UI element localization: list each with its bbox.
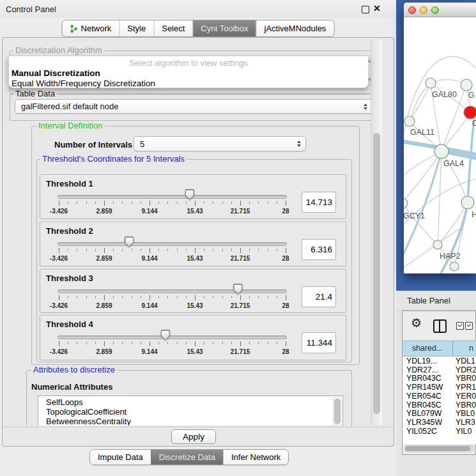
cell-shared-name[interactable]: YPR145W <box>406 383 451 392</box>
slider-track[interactable] <box>58 289 287 293</box>
slider-tick <box>249 249 250 251</box>
list-scrollbar[interactable] <box>333 397 342 426</box>
slider-tick-label: 9.144 <box>141 302 157 309</box>
tab-cyni-toolbox[interactable]: Cyni Toolbox <box>192 20 256 36</box>
checkbox-icon[interactable] <box>456 322 464 330</box>
threshold-1-value-field[interactable] <box>302 192 336 213</box>
network-node[interactable] <box>464 106 476 119</box>
close-traffic-light-icon[interactable] <box>408 6 416 14</box>
network-node[interactable] <box>426 78 436 88</box>
table-row[interactable]: YBL079WYBL0 <box>403 409 476 418</box>
cell-name[interactable]: YBL0 <box>456 409 475 418</box>
numerical-attributes-list: SelfLoops TopologicalCoefficient Between… <box>38 395 343 426</box>
threshold-3-slider[interactable]: -3.4262.8599.14415.4321.71528 <box>59 282 286 312</box>
minimize-traffic-light-icon[interactable] <box>420 6 427 14</box>
slider-tick-label: -3.426 <box>50 348 68 355</box>
slider-track[interactable] <box>58 195 287 199</box>
columns-icon[interactable] <box>433 319 447 333</box>
list-item-topologicalcoefficient[interactable]: TopologicalCoefficient <box>38 407 342 417</box>
slider-tick <box>231 249 232 251</box>
threshold-1-slider[interactable]: -3.4262.8599.14415.4321.71528 <box>59 188 286 217</box>
cell-shared-name[interactable]: YIL052C <box>406 427 451 436</box>
table-panel: ⚙ shared... n YDL19...YDL1YDR27...YDR2YB… <box>402 311 476 455</box>
slider-thumb[interactable] <box>233 284 243 295</box>
tab-infer-network[interactable]: Infer Network <box>223 450 288 464</box>
discretization-algorithm-group-label: Discretization Algorithm <box>13 46 104 55</box>
network-node[interactable] <box>434 144 449 158</box>
table-data-combo[interactable]: galFiltered.sif default node <box>15 99 372 114</box>
network-canvas[interactable]: GAL80GCGAL11GAL4GCY1HHAP2 <box>404 17 476 273</box>
cell-shared-name[interactable]: YDL19... <box>406 357 451 365</box>
checkbox-icon[interactable] <box>465 322 473 330</box>
cell-shared-name[interactable]: YDR27... <box>406 365 451 374</box>
cell-shared-name[interactable]: YBR045C <box>406 401 451 410</box>
cell-name[interactable]: YDL1 <box>456 357 475 365</box>
table-row[interactable]: YIL052CYIL0 <box>403 427 476 436</box>
slider-thumb[interactable] <box>185 189 194 200</box>
apply-button[interactable]: Apply <box>171 429 216 444</box>
cell-shared-name[interactable]: YER054C <box>406 392 451 401</box>
horizontal-scrollbar-thumb[interactable] <box>405 446 470 451</box>
tab-style[interactable]: Style <box>119 20 153 36</box>
table-row[interactable]: YBR043CYBR0 <box>403 374 476 383</box>
table-row[interactable]: YDL19...YDL1 <box>403 357 476 365</box>
tab-network[interactable]: Network <box>63 20 119 36</box>
tab-discretize-data[interactable]: Discretize Data <box>151 450 223 464</box>
slider-tick <box>59 201 59 206</box>
threshold-4-panel: Threshold 4 -3.4262.8599.14415.4321.7152… <box>40 315 346 360</box>
threshold-1-panel: Threshold 1 -3.4262.8599.14415.4321.7152… <box>40 174 346 219</box>
slider-thumb[interactable] <box>125 236 134 247</box>
cell-shared-name[interactable]: YLR345W <box>406 418 451 427</box>
slider-track[interactable] <box>58 335 287 339</box>
vertical-scrollbar[interactable] <box>371 40 382 425</box>
table-row[interactable]: YDR27...YDR2 <box>403 365 476 374</box>
table-row[interactable]: YBR045CYBR0 <box>403 401 476 410</box>
num-intervals-combo[interactable]: 5 <box>134 136 306 151</box>
tab-impute-data[interactable]: Impute Data <box>90 450 151 464</box>
network-edge[interactable] <box>410 83 431 121</box>
cell-shared-name[interactable]: YBR043C <box>406 374 451 383</box>
close-icon[interactable]: ✕ <box>373 3 381 13</box>
cell-shared-name[interactable]: YBL079W <box>406 409 451 418</box>
table-row[interactable]: YER054CYER0 <box>403 392 476 401</box>
table-row[interactable]: YPR145WYPR1 <box>403 383 476 392</box>
table-row[interactable]: YLR345WYLR3 <box>403 418 476 427</box>
cell-name[interactable]: YBR0 <box>456 374 476 383</box>
list-scrollbar-thumb[interactable] <box>334 399 341 424</box>
network-node[interactable] <box>461 79 472 91</box>
cell-name[interactable]: YDR2 <box>456 365 476 374</box>
slider-thumb[interactable] <box>160 330 170 341</box>
column-header-name[interactable]: n <box>454 341 476 356</box>
network-node[interactable] <box>433 240 442 249</box>
threshold-3-value-field[interactable] <box>302 286 336 307</box>
horizontal-scrollbar[interactable] <box>404 445 475 452</box>
dropdown-option-manual-discretization[interactable]: Manual Discretization <box>9 68 368 78</box>
cell-name[interactable]: YIL0 <box>456 427 472 436</box>
list-item-betweennesscentrality[interactable]: BetweennessCentrality <box>38 417 342 426</box>
tab-jactivemnodules[interactable]: jActiveMNodules <box>256 20 334 36</box>
zoom-traffic-light-icon[interactable] <box>431 6 439 14</box>
network-edge[interactable] <box>404 151 441 204</box>
cell-name[interactable]: YER0 <box>456 392 476 401</box>
threshold-4-value-field[interactable] <box>302 332 336 353</box>
slider-tick <box>132 296 132 298</box>
network-node[interactable] <box>461 196 474 209</box>
network-edge[interactable] <box>404 203 438 245</box>
threshold-2-slider[interactable]: -3.4262.8599.14415.4321.71528 <box>59 235 286 265</box>
network-node[interactable] <box>404 116 415 127</box>
cell-name[interactable]: YLR3 <box>456 418 475 427</box>
slider-track[interactable] <box>58 242 287 246</box>
column-header-shared-name[interactable]: shared... <box>403 341 453 356</box>
vertical-scrollbar-thumb[interactable] <box>373 133 380 414</box>
cell-name[interactable]: YPR1 <box>456 383 476 392</box>
gear-icon[interactable]: ⚙ <box>411 317 422 329</box>
threshold-4-slider[interactable]: -3.4262.8599.14415.4321.71528 <box>59 328 286 358</box>
network-node[interactable] <box>450 262 459 271</box>
list-item-selfloops[interactable]: SelfLoops <box>38 396 342 407</box>
cell-name[interactable]: YBR0 <box>456 401 476 410</box>
network-node[interactable] <box>404 198 408 208</box>
dropdown-option-equal-width-frequency[interactable]: Equal Width/Frequency Discretization <box>9 78 368 88</box>
tab-select[interactable]: Select <box>153 20 192 36</box>
threshold-2-value-field[interactable] <box>302 239 336 260</box>
float-window-icon[interactable] <box>362 6 369 13</box>
